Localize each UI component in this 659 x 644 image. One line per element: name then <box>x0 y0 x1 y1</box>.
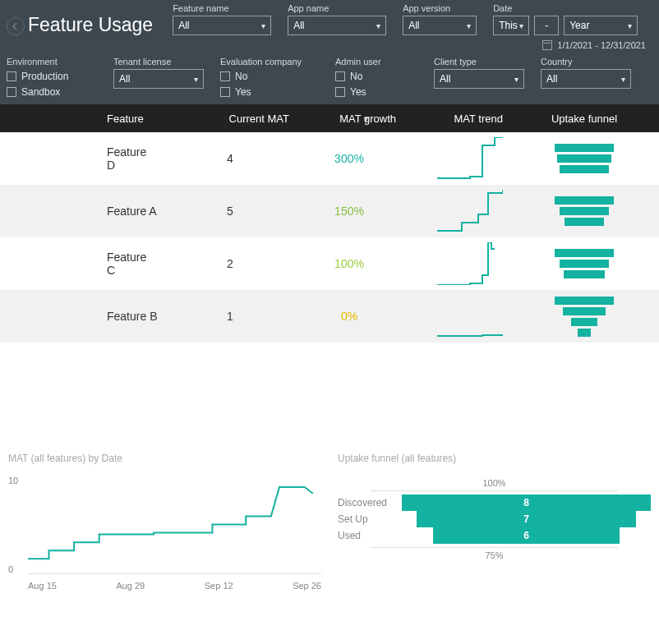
x-tick: Sep 26 <box>293 581 321 591</box>
funnel-row: Discovered8 <box>338 494 651 511</box>
funnel-stage-label: Used <box>338 530 394 541</box>
sparkline-icon <box>437 190 503 232</box>
back-button[interactable] <box>7 17 25 35</box>
funnel-stage-label: Discovered <box>338 497 394 508</box>
col-mat-growth[interactable]: MAT growth▼ <box>296 113 403 125</box>
x-tick: Aug 15 <box>28 581 57 591</box>
tenant-license-select[interactable]: All▾ <box>113 69 204 89</box>
environment-label: Environment <box>7 57 97 67</box>
table-header: Feature Current MAT MAT growth▼ MAT tren… <box>0 104 659 132</box>
date-label: Date <box>493 3 638 13</box>
sort-desc-icon: ▼ <box>362 115 370 123</box>
cell-current-mat: 5 <box>164 205 296 218</box>
cell-uptake-funnel <box>509 249 659 278</box>
tenant-license-label: Tenant license <box>113 57 204 67</box>
y-tick: 0 <box>8 564 25 574</box>
eval-no-checkbox[interactable]: No <box>220 71 319 82</box>
cell-mat-growth: 0% <box>296 310 403 323</box>
admin-user-label: Admin user <box>335 57 417 67</box>
chevron-down-icon: ▾ <box>376 21 380 30</box>
calendar-icon <box>542 40 552 50</box>
cell-current-mat: 2 <box>164 257 296 270</box>
col-mat-trend[interactable]: MAT trend <box>403 113 509 125</box>
table-row[interactable]: Feature A5150% <box>0 185 659 237</box>
app-name-label: App name <box>288 3 386 13</box>
sparkline-icon <box>437 242 503 285</box>
uptake-funnel-chart: Uptake funnel (all features) 100% Discov… <box>338 453 651 591</box>
funnel-row: Used6 <box>338 527 651 544</box>
chevron-down-icon: ▾ <box>514 75 518 84</box>
app-name-select[interactable]: All▾ <box>288 16 386 35</box>
funnel-stage-label: Set Up <box>338 513 394 525</box>
country-select[interactable]: All▾ <box>541 69 631 89</box>
funnel-bar: 8 <box>402 494 651 511</box>
feature-table: Feature Current MAT MAT growth▼ MAT tren… <box>0 104 659 343</box>
feature-name-select[interactable]: All▾ <box>173 16 271 35</box>
cell-feature: Feature B <box>0 310 164 323</box>
app-version-label: App version <box>403 3 477 13</box>
env-production-checkbox[interactable]: Production <box>7 71 97 82</box>
arrow-left-icon <box>12 22 20 30</box>
env-sandbox-checkbox[interactable]: Sandbox <box>7 86 97 98</box>
cell-mat-growth: 150% <box>296 205 403 218</box>
admin-no-checkbox[interactable]: No <box>335 71 417 82</box>
cell-mat-growth: 300% <box>296 152 403 165</box>
mat-line-chart: MAT (all features) by Date 10 0 Aug 15 A… <box>8 453 321 591</box>
cell-current-mat: 4 <box>164 152 296 165</box>
funnel-bar: 7 <box>417 511 636 527</box>
client-type-label: Client type <box>434 57 524 67</box>
funnel-bar: 6 <box>433 527 620 544</box>
cell-mat-trend <box>403 137 509 180</box>
cell-mat-trend <box>403 242 509 285</box>
funnel-row: Set Up7 <box>338 511 651 527</box>
funnel-chart-title: Uptake funnel (all features) <box>338 453 651 464</box>
country-label: Country <box>541 57 631 67</box>
cell-uptake-funnel <box>509 144 659 173</box>
chevron-down-icon: ▾ <box>519 21 523 30</box>
date-sep[interactable]: - <box>534 16 559 35</box>
table-row[interactable]: Feature C2100% <box>0 237 659 290</box>
cell-mat-trend <box>403 190 509 232</box>
cell-feature: Feature D <box>0 145 164 172</box>
cell-mat-trend <box>403 295 509 338</box>
eval-yes-checkbox[interactable]: Yes <box>220 86 319 98</box>
cell-feature: Feature C <box>0 251 164 277</box>
sparkline-icon <box>437 295 503 338</box>
table-row[interactable]: Feature D4300% <box>0 132 659 185</box>
feature-name-label: Feature name <box>173 3 271 13</box>
chevron-down-icon: ▾ <box>194 75 198 84</box>
cell-current-mat: 1 <box>164 310 296 323</box>
page-title: Feature Usage <box>28 7 153 35</box>
x-tick: Sep 12 <box>205 581 233 591</box>
table-row[interactable]: Feature B10% <box>0 290 659 343</box>
x-tick: Aug 29 <box>116 581 145 591</box>
chevron-down-icon: ▾ <box>261 21 265 30</box>
cell-uptake-funnel <box>509 196 659 226</box>
admin-yes-checkbox[interactable]: Yes <box>335 86 417 98</box>
col-uptake-funnel[interactable]: Uptake funnel <box>509 113 659 125</box>
mat-chart-title: MAT (all features) by Date <box>8 453 321 464</box>
cell-mat-growth: 100% <box>296 257 403 270</box>
col-current-mat[interactable]: Current MAT <box>164 113 296 125</box>
sparkline-icon <box>437 137 503 180</box>
y-tick: 10 <box>8 476 25 485</box>
cell-feature: Feature A <box>0 205 164 218</box>
date-unit-select[interactable]: Year▾ <box>564 16 638 35</box>
app-version-select[interactable]: All▾ <box>403 16 477 35</box>
col-feature[interactable]: Feature <box>0 113 164 125</box>
client-type-select[interactable]: All▾ <box>434 69 524 89</box>
funnel-bot-pct: 75% <box>371 547 618 563</box>
chevron-down-icon: ▾ <box>467 21 471 30</box>
cell-uptake-funnel <box>509 297 659 337</box>
eval-company-label: Evaluation company <box>220 57 319 67</box>
chevron-down-icon: ▾ <box>628 21 632 30</box>
funnel-top-pct: 100% <box>371 476 618 491</box>
line-plot-svg <box>28 476 321 573</box>
date-range-text: 1/1/2021 - 12/31/2021 <box>557 40 646 50</box>
dashboard-header: Feature Usage Feature name All▾ App name… <box>0 0 659 104</box>
chevron-down-icon: ▾ <box>621 75 625 84</box>
date-mode-select[interactable]: This▾ <box>493 16 529 35</box>
